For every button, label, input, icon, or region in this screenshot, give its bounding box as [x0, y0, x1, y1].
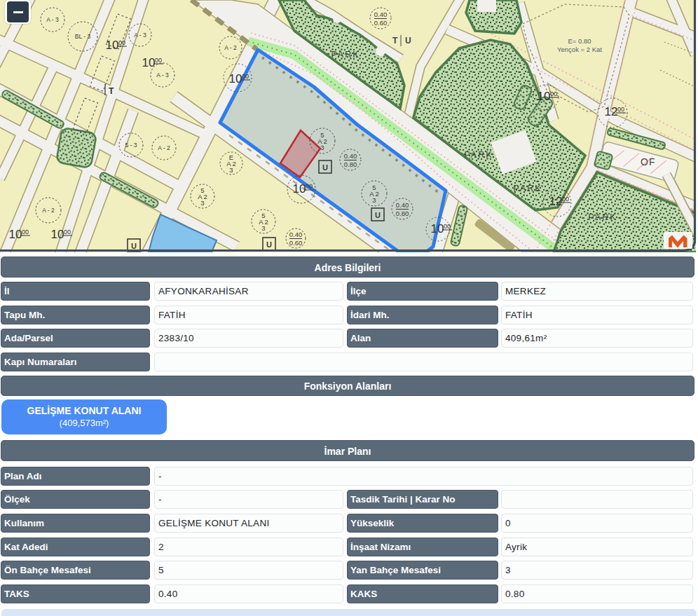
svg-text:00: 00 [550, 90, 557, 97]
svg-text:3: 3 [372, 196, 376, 204]
svg-text:PARK: PARK [331, 50, 360, 60]
svg-text:T: T [392, 36, 398, 46]
svg-text:10: 10 [431, 222, 444, 235]
svg-text:00: 00 [306, 183, 313, 190]
svg-text:0.80: 0.80 [344, 160, 357, 168]
svg-text:U: U [131, 242, 137, 250]
svg-text:E= 0.80: E= 0.80 [568, 37, 591, 45]
svg-text:0.60: 0.60 [289, 239, 303, 247]
svg-text:3: 3 [320, 144, 324, 151]
svg-text:00: 00 [617, 106, 624, 113]
svg-text:0.80: 0.80 [396, 210, 409, 217]
svg-text:10: 10 [142, 56, 156, 69]
svg-text:10: 10 [293, 182, 306, 196]
svg-text:3: 3 [261, 224, 265, 232]
svg-text:12: 12 [605, 105, 618, 118]
svg-text:10: 10 [229, 72, 242, 85]
svg-text:12: 12 [549, 195, 563, 208]
svg-text:BL - 3: BL - 3 [75, 33, 91, 40]
svg-text:0.40: 0.40 [396, 201, 409, 209]
svg-text:U: U [322, 163, 328, 172]
svg-text:U: U [405, 36, 411, 46]
svg-text:0.60: 0.60 [374, 19, 388, 27]
svg-text:PARK: PARK [588, 212, 617, 222]
svg-text:00: 00 [155, 57, 162, 64]
svg-text:10: 10 [106, 39, 119, 52]
svg-text:PARK: PARK [513, 184, 542, 193]
svg-text:OF: OF [641, 156, 655, 167]
svg-text:00: 00 [242, 73, 249, 80]
svg-text:10: 10 [9, 228, 22, 241]
svg-text:PARK: PARK [464, 150, 493, 160]
svg-text:Yençok = 2 Kat: Yençok = 2 Kat [557, 46, 602, 53]
svg-text:U: U [266, 240, 272, 249]
svg-text:0.40: 0.40 [289, 231, 303, 238]
svg-text:3: 3 [229, 166, 233, 174]
svg-text:A - 2: A - 2 [42, 207, 55, 214]
svg-text:A - 3: A - 3 [156, 71, 169, 78]
svg-text:3: 3 [200, 199, 204, 207]
svg-text:A - 2: A - 2 [158, 144, 170, 151]
svg-text:T: T [109, 86, 114, 96]
svg-text:10: 10 [51, 228, 64, 241]
svg-text:00: 00 [64, 228, 71, 235]
svg-text:10: 10 [538, 90, 551, 103]
svg-text:U: U [375, 211, 381, 219]
svg-text:00: 00 [118, 39, 125, 46]
svg-text:0.40: 0.40 [344, 152, 357, 160]
svg-text:A - 2: A - 2 [224, 44, 237, 51]
svg-text:A - 3: A - 3 [46, 16, 59, 23]
svg-text:00: 00 [562, 196, 569, 203]
svg-text:5 - 3: 5 - 3 [125, 142, 137, 149]
svg-text:00: 00 [22, 228, 29, 235]
svg-text:0.40: 0.40 [374, 11, 388, 18]
svg-text:A - 3: A - 3 [134, 32, 146, 39]
